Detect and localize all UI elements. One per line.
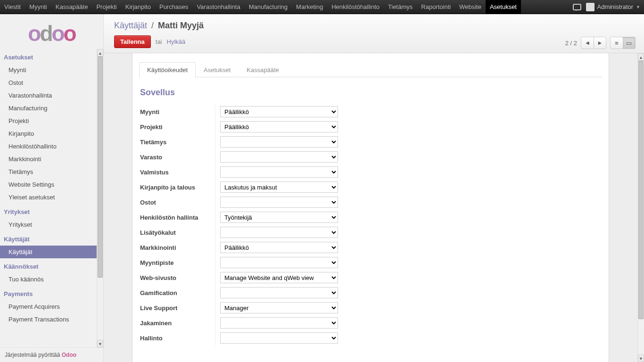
sidebar-item[interactable]: Yritykset [0, 218, 97, 231]
save-button[interactable]: Tallenna [114, 35, 151, 48]
field-select[interactable] [220, 287, 338, 298]
logo[interactable]: odoo [0, 14, 103, 49]
sidebar-scrollbar[interactable]: ▲ ▼ [97, 49, 103, 347]
view-switcher: ≡ ▭ [610, 37, 636, 49]
topnav-item[interactable]: Henkilöstöhallinto [327, 0, 384, 14]
form-row: ProjektiPäällikkö [140, 119, 601, 134]
sidebar-item[interactable]: Varastonhallinta [0, 89, 97, 102]
topnav-item[interactable]: Myynti [25, 0, 51, 14]
tabs: KäyttöoikeudetAsetuksetKassapääte [139, 62, 602, 77]
field-select[interactable] [220, 197, 338, 208]
field-cell [215, 149, 601, 165]
tab[interactable]: Asetukset [196, 62, 239, 77]
content-scrollbar[interactable]: ▲ ▼ [637, 53, 644, 362]
field-cell: Manage Website and qWeb view [215, 270, 601, 285]
footer-brand[interactable]: Odoo [62, 352, 76, 358]
sidebar-item[interactable]: Myynti [0, 64, 97, 76]
field-select[interactable]: Manager [220, 302, 338, 313]
sidebar-section-title: Asetukset [0, 49, 97, 64]
field-cell [215, 255, 601, 270]
field-cell [215, 195, 601, 210]
sidebar-item[interactable]: Tuo käännös [0, 273, 97, 286]
field-label: Jakaminen [140, 315, 215, 330]
or-text: tai [156, 38, 162, 45]
sidebar-item[interactable]: Yleiset asetukset [0, 191, 97, 204]
sidebar-section-title: Payments [0, 286, 97, 300]
field-cell [215, 165, 601, 180]
topnav-item[interactable]: Raportointi [417, 0, 455, 14]
field-select[interactable] [220, 227, 338, 238]
sidebar-item[interactable]: Website Settings [0, 178, 97, 191]
user-name: Administrator [597, 3, 634, 10]
sidebar-item[interactable]: Kirjanpito [0, 127, 97, 140]
sidebar-item[interactable]: Payment Acquirers [0, 300, 97, 313]
sidebar-item[interactable]: Ostot [0, 76, 97, 89]
scroll-down-icon[interactable]: ▼ [638, 354, 644, 362]
pager-prev-button[interactable]: ◄ [581, 37, 594, 49]
field-label: Ostot [140, 195, 215, 210]
field-select[interactable] [220, 166, 338, 178]
view-form-button[interactable]: ▭ [623, 37, 635, 49]
pager-next-button[interactable]: ► [594, 37, 606, 49]
discard-link[interactable]: Hylkää [167, 38, 186, 45]
topnav-item[interactable]: Purchases [155, 0, 192, 14]
sidebar-item[interactable]: Markkinointi [0, 153, 97, 165]
section-title-app: Sovellus [132, 77, 609, 101]
topnav-item[interactable]: Varastonhallinta [192, 0, 244, 14]
tab[interactable]: Kassapääte [239, 62, 287, 77]
view-list-button[interactable]: ≡ [611, 37, 623, 49]
main: Käyttäjät / Matti Myyjä Tallenna tai Hyl… [104, 14, 644, 362]
field-select[interactable]: Manage Website and qWeb view [220, 272, 338, 283]
field-select[interactable] [220, 136, 338, 148]
topnav-item[interactable]: Tietämys [384, 0, 417, 14]
form-row: Gamification [140, 285, 601, 300]
field-select[interactable] [220, 151, 338, 163]
pager-nav: ◄ ► [581, 37, 606, 49]
sidebar-item[interactable]: Manufacturing [0, 102, 97, 115]
topnav-item[interactable]: Marketing [292, 0, 327, 14]
field-label: Tietämys [140, 134, 215, 149]
topnav-item[interactable]: Viestit [0, 0, 25, 14]
sidebar-item[interactable]: Tietämys [0, 165, 97, 178]
field-label: Lisätyökalut [140, 225, 215, 240]
sidebar-item[interactable]: Käyttäjät [0, 246, 97, 258]
field-cell: Päällikkö [215, 104, 601, 119]
tab[interactable]: Käyttöoikeudet [139, 62, 196, 77]
field-select[interactable] [220, 257, 338, 268]
field-select[interactable]: Laskutus ja maksut [220, 181, 338, 193]
topnav-item[interactable]: Website [455, 0, 486, 14]
field-label: Varasto [140, 149, 215, 165]
form-row: Henkilöstön hallintaTyöntekijä [140, 210, 601, 225]
field-cell [215, 330, 601, 346]
messaging-icon[interactable] [573, 4, 581, 10]
field-select[interactable] [220, 317, 338, 329]
field-cell [215, 225, 601, 240]
view-header: Käyttäjät / Matti Myyjä Tallenna tai Hyl… [104, 14, 644, 53]
field-select[interactable] [220, 332, 338, 344]
sidebar-item[interactable]: Henkilöstöhallinto [0, 140, 97, 153]
topnav-item[interactable]: Projekti [92, 0, 121, 14]
top-navbar: ViestitMyyntiKassapääteProjektiKirjanpit… [0, 0, 644, 14]
topnav-item[interactable]: Kirjanpito [121, 0, 155, 14]
breadcrumb-parent[interactable]: Käyttäjät [114, 21, 147, 30]
topnav-item[interactable]: Kassapääte [51, 0, 92, 14]
field-select[interactable]: Työntekijä [220, 212, 338, 223]
field-label: Henkilöstön hallinta [140, 210, 215, 225]
topnav-item[interactable]: Manufacturing [245, 0, 292, 14]
form-row: MyyntiPäällikkö [140, 104, 601, 119]
field-select[interactable]: Päällikkö [220, 242, 338, 253]
sidebar-item[interactable]: Projekti [0, 115, 97, 127]
field-label: Web-sivusto [140, 270, 215, 285]
form-row: Live SupportManager [140, 300, 601, 315]
field-cell: Manager [215, 300, 601, 315]
scroll-down-icon[interactable]: ▼ [97, 340, 103, 347]
field-select[interactable]: Päällikkö [220, 121, 338, 132]
scroll-up-icon[interactable]: ▲ [97, 49, 103, 57]
scroll-up-icon[interactable]: ▲ [638, 53, 644, 61]
field-select[interactable]: Päällikkö [220, 106, 338, 117]
user-menu[interactable]: Administrator ▼ [586, 3, 641, 11]
topnav-item[interactable]: Asetukset [486, 0, 521, 14]
sidebar-section-title: Käyttäjät [0, 231, 97, 246]
field-cell [215, 285, 601, 300]
sidebar-item[interactable]: Payment Transactions [0, 313, 97, 326]
